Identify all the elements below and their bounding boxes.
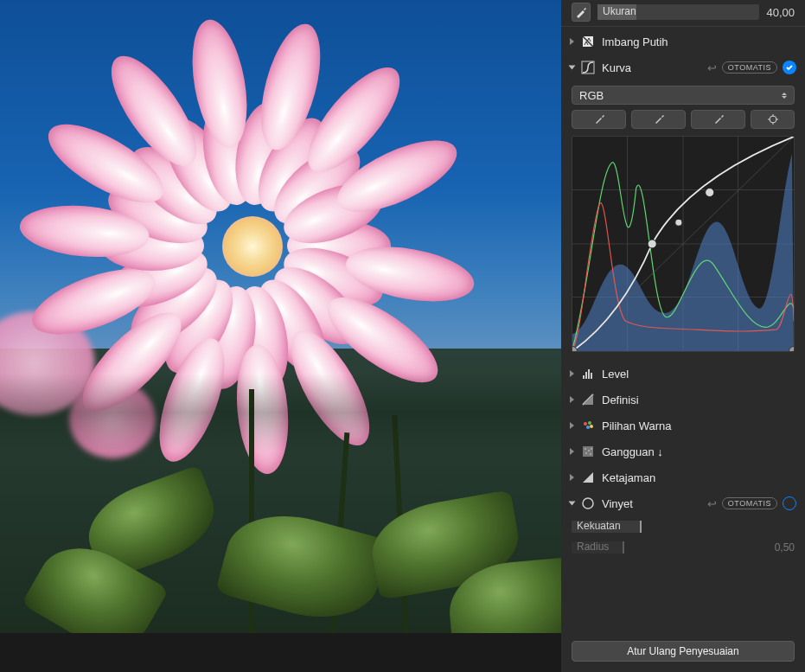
levels-icon xyxy=(579,365,597,382)
noise-icon xyxy=(579,443,597,460)
disclosure-icon[interactable] xyxy=(570,396,574,403)
selective-color-icon xyxy=(579,417,597,434)
eyedropper-target-button[interactable] xyxy=(751,110,795,129)
vignette-icon xyxy=(579,495,597,512)
white-balance-label: Imbang Putih xyxy=(602,35,796,48)
selective-color-label: Pilihan Warna xyxy=(602,419,796,432)
svg-point-23 xyxy=(588,450,590,451)
eyedropper-gray-button[interactable] xyxy=(631,110,686,129)
disclosure-icon[interactable] xyxy=(569,66,576,70)
reset-vignette-icon[interactable]: ↩︎ xyxy=(707,497,717,510)
svg-point-20 xyxy=(590,425,593,428)
select-arrows-icon xyxy=(782,93,787,99)
curves-enabled-toggle[interactable] xyxy=(783,61,796,74)
svg-rect-21 xyxy=(583,446,593,457)
adjustments-panel: Ukuran 40,00 Imbang Putih Kurva ↩︎ OTOMA… xyxy=(561,0,805,672)
curves-channel-select[interactable]: RGB xyxy=(572,86,795,105)
definition-icon xyxy=(579,391,597,408)
definition-section[interactable]: Definisi xyxy=(561,387,805,413)
vignette-section-header[interactable]: Vinyet ↩︎ OTOMATIS xyxy=(561,490,805,516)
noise-section[interactable]: Gangguan ↓ xyxy=(561,438,805,464)
brush-size-slider[interactable]: Ukuran xyxy=(597,4,759,20)
vignette-strength-label: Kekuatan xyxy=(577,520,621,532)
curves-section-header[interactable]: Kurva ↩︎ OTOMATIS xyxy=(561,54,805,80)
white-balance-icon xyxy=(579,33,597,50)
curves-graph[interactable] xyxy=(572,136,795,352)
reset-curves-icon[interactable]: ↩︎ xyxy=(707,61,717,74)
svg-point-2 xyxy=(770,116,776,123)
svg-point-17 xyxy=(584,422,587,426)
vignette-strength-row: Kekuatan xyxy=(561,516,805,537)
disclosure-icon[interactable] xyxy=(570,422,574,429)
app-root: Ukuran 40,00 Imbang Putih Kurva ↩︎ OTOMA… xyxy=(0,0,805,672)
sharpen-icon xyxy=(579,469,597,486)
svg-point-12 xyxy=(675,219,682,226)
disclosure-icon[interactable] xyxy=(570,474,574,481)
collapsed-sections: Level Definisi Pilihan Warna Gangguan ↓ xyxy=(561,361,805,634)
svg-point-24 xyxy=(585,452,587,454)
vignette-auto-button[interactable]: OTOMATIS xyxy=(722,497,777,509)
selective-color-section[interactable]: Pilihan Warna xyxy=(561,413,805,438)
svg-point-18 xyxy=(588,421,591,425)
disclosure-icon[interactable] xyxy=(570,448,574,455)
svg-point-27 xyxy=(583,498,593,509)
noise-label: Gangguan ↓ xyxy=(602,445,796,458)
disclosure-icon[interactable] xyxy=(570,370,574,377)
svg-rect-15 xyxy=(588,369,590,379)
vignette-radius-value: 0,50 xyxy=(775,541,795,554)
definition-label: Definisi xyxy=(602,394,796,406)
brush-icon[interactable] xyxy=(572,3,591,22)
levels-label: Level xyxy=(602,368,796,381)
curves-eyedropper-row xyxy=(561,110,805,134)
svg-point-22 xyxy=(585,448,586,450)
sharpen-label: Ketajaman xyxy=(602,471,796,484)
svg-point-25 xyxy=(590,453,591,455)
disclosure-icon[interactable] xyxy=(569,502,576,506)
svg-point-19 xyxy=(586,426,590,429)
reset-button-row: Atur Ulang Penyesuaian xyxy=(561,634,805,672)
curves-label: Kurva xyxy=(602,61,702,74)
disclosure-icon[interactable] xyxy=(570,38,574,45)
curves-channel-value: RGB xyxy=(579,89,604,102)
curves-auto-button[interactable]: OTOMATIS xyxy=(722,61,777,74)
brush-size-value: 40,00 xyxy=(766,6,795,19)
vignette-radius-label: Radius xyxy=(577,541,609,553)
reset-adjustments-button[interactable]: Atur Ulang Penyesuaian xyxy=(572,641,795,662)
svg-rect-13 xyxy=(583,375,585,379)
brush-size-label: Ukuran xyxy=(603,5,636,17)
curve-white-endpoint[interactable] xyxy=(789,346,795,352)
sharpen-section[interactable]: Ketajaman xyxy=(561,464,805,490)
image-canvas-area xyxy=(0,0,561,672)
curves-icon xyxy=(579,59,597,76)
svg-point-11 xyxy=(706,189,714,197)
svg-point-10 xyxy=(648,240,656,248)
photo-preview[interactable] xyxy=(0,0,561,633)
svg-point-26 xyxy=(591,448,592,450)
vignette-enabled-toggle[interactable] xyxy=(783,496,796,510)
levels-section[interactable]: Level xyxy=(561,361,805,387)
svg-rect-14 xyxy=(585,372,587,379)
eyedropper-black-button[interactable] xyxy=(572,110,626,129)
vignette-radius-row: Radius 0,50 xyxy=(561,537,805,558)
svg-rect-16 xyxy=(591,373,592,379)
white-balance-section[interactable]: Imbang Putih xyxy=(561,29,805,54)
eyedropper-white-button[interactable] xyxy=(691,110,745,129)
vignette-label: Vinyet xyxy=(602,497,702,510)
brush-size-row: Ukuran 40,00 xyxy=(561,0,805,24)
